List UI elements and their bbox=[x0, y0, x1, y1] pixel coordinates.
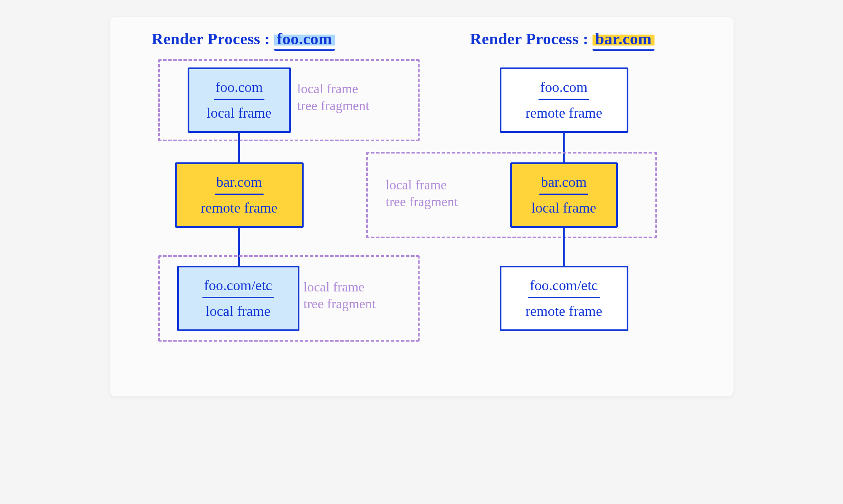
frame-url: foo.com/etc bbox=[202, 276, 274, 298]
frame-url: foo.com/etc bbox=[528, 276, 599, 298]
frame-url: foo.com bbox=[214, 78, 264, 100]
left-frame-fooetc-local: foo.com/etc local frame bbox=[177, 266, 299, 331]
title-domain: foo.com bbox=[274, 30, 334, 51]
left-frame-foo-local: foo.com local frame bbox=[188, 67, 291, 133]
right-connector-2 bbox=[563, 228, 565, 266]
left-fragment-1-caption: local frame tree fragment bbox=[297, 80, 407, 114]
right-fragment-caption: local frame tree fragment bbox=[386, 176, 496, 210]
frame-kind: local frame bbox=[207, 103, 272, 123]
frame-kind: remote frame bbox=[201, 198, 277, 218]
frame-url: foo.com bbox=[539, 78, 589, 100]
title-domain: bar.com bbox=[593, 30, 654, 51]
frame-kind: local frame bbox=[206, 302, 271, 321]
title-prefix: Render Process : bbox=[152, 30, 270, 48]
frame-kind: local frame bbox=[531, 198, 596, 218]
left-connector-1 bbox=[238, 133, 240, 162]
frame-url: bar.com bbox=[215, 172, 264, 195]
title-prefix: Render Process : bbox=[470, 30, 589, 48]
frame-kind: remote frame bbox=[525, 103, 602, 123]
right-frame-foo-remote: foo.com remote frame bbox=[500, 67, 628, 133]
diagram-canvas: Render Process : foo.com local frame tre… bbox=[110, 17, 734, 396]
left-frame-bar-remote: bar.com remote frame bbox=[175, 162, 304, 228]
right-frame-bar-local: bar.com local frame bbox=[510, 162, 618, 228]
frame-kind: remote frame bbox=[525, 302, 602, 321]
left-fragment-2-caption: local frame tree fragment bbox=[304, 278, 413, 312]
right-frame-fooetc-remote: foo.com/etc remote frame bbox=[500, 266, 628, 331]
left-process-title: Render Process : foo.com bbox=[152, 30, 335, 51]
right-process-title: Render Process : bar.com bbox=[470, 30, 654, 51]
frame-url: bar.com bbox=[539, 172, 589, 195]
